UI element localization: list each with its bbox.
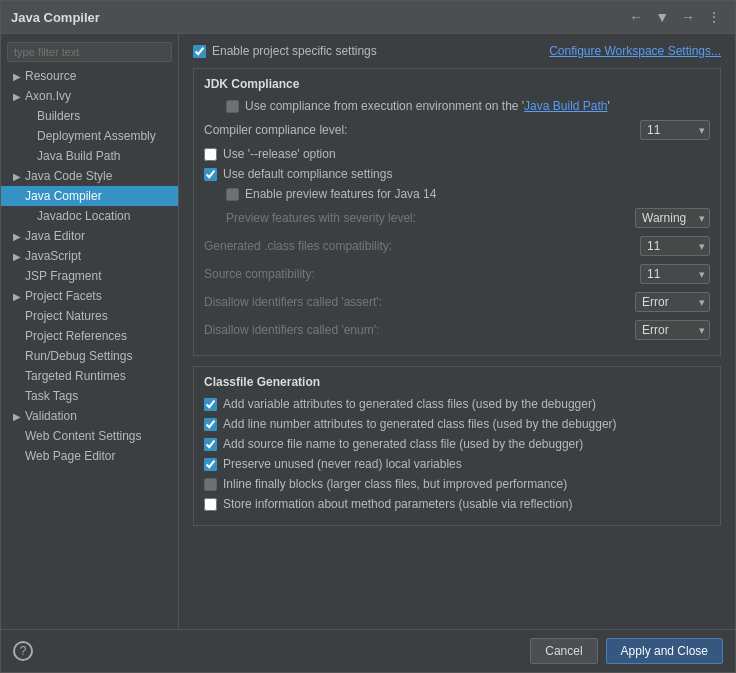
arrow-icon-project-facets bbox=[13, 291, 25, 302]
sidebar-item-javascript[interactable]: JavaScript bbox=[1, 246, 178, 266]
classfile-checkbox-inline-finally[interactable] bbox=[204, 478, 217, 491]
use-compliance-label: Use compliance from execution environmen… bbox=[245, 99, 610, 113]
use-compliance-checkbox[interactable] bbox=[226, 100, 239, 113]
sidebar-label-javadoc-location: Javadoc Location bbox=[37, 209, 130, 223]
sidebar-item-jsp-fragment[interactable]: JSP Fragment bbox=[1, 266, 178, 286]
classfile-checkbox-preserve-unused[interactable] bbox=[204, 458, 217, 471]
sidebar-item-web-page-editor[interactable]: Web Page Editor bbox=[1, 446, 178, 466]
classfile-label-store-method-params: Store information about method parameter… bbox=[223, 497, 573, 511]
classfile-checkboxes: Add variable attributes to generated cla… bbox=[204, 397, 710, 511]
sidebar-label-java-code-style: Java Code Style bbox=[25, 169, 112, 183]
sidebar-label-project-references: Project References bbox=[25, 329, 127, 343]
sidebar-item-java-editor[interactable]: Java Editor bbox=[1, 226, 178, 246]
classfile-label-add-source-file: Add source file name to generated class … bbox=[223, 437, 583, 451]
disallow-assert-select[interactable]: ErrorWarningInfoIgnore bbox=[635, 292, 710, 312]
forward-button[interactable]: → bbox=[677, 7, 699, 27]
sidebar-label-validation: Validation bbox=[25, 409, 77, 423]
sidebar-item-project-facets[interactable]: Project Facets bbox=[1, 286, 178, 306]
sidebar-label-project-natures: Project Natures bbox=[25, 309, 108, 323]
filter-wrap bbox=[1, 38, 178, 66]
sidebar-item-java-compiler[interactable]: Java Compiler bbox=[1, 186, 178, 206]
sidebar: ResourceAxon.IvyBuildersDeployment Assem… bbox=[1, 34, 179, 629]
sidebar-item-deployment-assembly[interactable]: Deployment Assembly bbox=[1, 126, 178, 146]
compiler-compliance-select[interactable]: 111098 bbox=[640, 120, 710, 140]
use-default-label: Use default compliance settings bbox=[223, 167, 392, 181]
use-release-checkbox[interactable] bbox=[204, 148, 217, 161]
enable-row: Enable project specific settings Configu… bbox=[193, 44, 721, 58]
compiler-compliance-label: Compiler compliance level: bbox=[204, 123, 640, 137]
sidebar-item-task-tags[interactable]: Task Tags bbox=[1, 386, 178, 406]
classfile-checkbox-add-line-number[interactable] bbox=[204, 418, 217, 431]
help-icon[interactable]: ? bbox=[13, 641, 33, 661]
classfile-checkbox-add-source-file[interactable] bbox=[204, 438, 217, 451]
sidebar-item-java-code-style[interactable]: Java Code Style bbox=[1, 166, 178, 186]
preview-severity-wrap: WarningErrorInfoIgnore bbox=[635, 208, 710, 228]
source-compat-label: Source compatibility: bbox=[204, 267, 640, 281]
source-compat-wrap: 111098 bbox=[640, 264, 710, 284]
sidebar-label-jsp-fragment: JSP Fragment bbox=[25, 269, 101, 283]
sidebar-item-axon-ivy[interactable]: Axon.Ivy bbox=[1, 86, 178, 106]
header-icons: ← ▼ → ⋮ bbox=[625, 7, 725, 27]
classfile-label-inline-finally: Inline finally blocks (larger class file… bbox=[223, 477, 567, 491]
arrow-icon-java-code-style bbox=[13, 171, 25, 182]
sidebar-item-java-build-path[interactable]: Java Build Path bbox=[1, 146, 178, 166]
arrow-icon-resource bbox=[13, 71, 25, 82]
classfile-checkbox-add-variable[interactable] bbox=[204, 398, 217, 411]
configure-workspace-link[interactable]: Configure Workspace Settings... bbox=[549, 44, 721, 58]
sidebar-item-web-content-settings[interactable]: Web Content Settings bbox=[1, 426, 178, 446]
sidebar-item-builders[interactable]: Builders bbox=[1, 106, 178, 126]
sidebar-label-javascript: JavaScript bbox=[25, 249, 81, 263]
arrow-icon-validation bbox=[13, 411, 25, 422]
compiler-compliance-wrap: 111098 bbox=[640, 120, 710, 140]
disallow-assert-row: Disallow identifiers called 'assert': Er… bbox=[204, 291, 710, 313]
preview-severity-select[interactable]: WarningErrorInfoIgnore bbox=[635, 208, 710, 228]
disallow-assert-label: Disallow identifiers called 'assert': bbox=[204, 295, 635, 309]
source-compat-select[interactable]: 111098 bbox=[640, 264, 710, 284]
generated-class-row: Generated .class files compatibility: 11… bbox=[204, 235, 710, 257]
use-compliance-row: Use compliance from execution environmen… bbox=[226, 99, 710, 113]
sidebar-item-project-natures[interactable]: Project Natures bbox=[1, 306, 178, 326]
sidebar-item-resource[interactable]: Resource bbox=[1, 66, 178, 86]
enable-preview-checkbox[interactable] bbox=[226, 188, 239, 201]
enable-project-checkbox[interactable] bbox=[193, 45, 206, 58]
classfile-row-preserve-unused: Preserve unused (never read) local varia… bbox=[204, 457, 710, 471]
cancel-button[interactable]: Cancel bbox=[530, 638, 597, 664]
disallow-assert-wrap: ErrorWarningInfoIgnore bbox=[635, 292, 710, 312]
jdk-section-title: JDK Compliance bbox=[204, 77, 710, 91]
disallow-enum-select[interactable]: ErrorWarningInfoIgnore bbox=[635, 320, 710, 340]
enable-project-label: Enable project specific settings bbox=[212, 44, 377, 58]
enable-preview-row: Enable preview features for Java 14 bbox=[226, 187, 710, 201]
footer-left: ? bbox=[13, 641, 33, 661]
sidebar-label-web-page-editor: Web Page Editor bbox=[25, 449, 116, 463]
dialog-header: Java Compiler ← ▼ → ⋮ bbox=[1, 1, 735, 34]
sidebar-item-run-debug-settings[interactable]: Run/Debug Settings bbox=[1, 346, 178, 366]
sidebar-item-targeted-runtimes[interactable]: Targeted Runtimes bbox=[1, 366, 178, 386]
arrow-icon-javascript bbox=[13, 251, 25, 262]
generated-class-wrap: 111098 bbox=[640, 236, 710, 256]
generated-class-label: Generated .class files compatibility: bbox=[204, 239, 640, 253]
compiler-compliance-row: Compiler compliance level: 111098 bbox=[204, 119, 710, 141]
jdk-compliance-section: JDK Compliance Use compliance from execu… bbox=[193, 68, 721, 356]
generated-class-select[interactable]: 111098 bbox=[640, 236, 710, 256]
java-build-path-link[interactable]: Java Build Path bbox=[524, 99, 607, 113]
use-default-row: Use default compliance settings bbox=[204, 167, 710, 181]
sidebar-item-project-references[interactable]: Project References bbox=[1, 326, 178, 346]
use-default-checkbox[interactable] bbox=[204, 168, 217, 181]
sidebar-item-validation[interactable]: Validation bbox=[1, 406, 178, 426]
classfile-row-store-method-params: Store information about method parameter… bbox=[204, 497, 710, 511]
sidebar-label-java-compiler: Java Compiler bbox=[25, 189, 102, 203]
more-button[interactable]: ⋮ bbox=[703, 7, 725, 27]
sidebar-label-resource: Resource bbox=[25, 69, 76, 83]
sidebar-label-web-content-settings: Web Content Settings bbox=[25, 429, 142, 443]
sidebar-label-java-build-path: Java Build Path bbox=[37, 149, 120, 163]
classfile-checkbox-store-method-params[interactable] bbox=[204, 498, 217, 511]
dropdown-button[interactable]: ▼ bbox=[651, 7, 673, 27]
source-compat-row: Source compatibility: 111098 bbox=[204, 263, 710, 285]
filter-input[interactable] bbox=[7, 42, 172, 62]
back-button[interactable]: ← bbox=[625, 7, 647, 27]
apply-close-button[interactable]: Apply and Close bbox=[606, 638, 723, 664]
sidebar-label-builders: Builders bbox=[37, 109, 80, 123]
arrow-icon-java-editor bbox=[13, 231, 25, 242]
sidebar-item-javadoc-location[interactable]: Javadoc Location bbox=[1, 206, 178, 226]
classfile-label-add-line-number: Add line number attributes to generated … bbox=[223, 417, 617, 431]
